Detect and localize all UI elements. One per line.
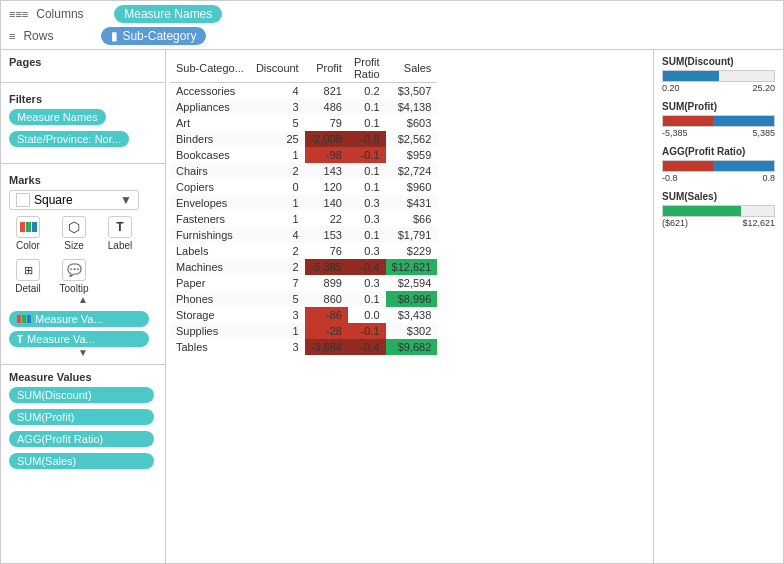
center-panel: Sub-Catego... Discount Profit ProfitRati… (166, 50, 653, 563)
cell-sales: $3,438 (386, 307, 438, 323)
marks-pills: Measure Va... T Measure Va... (9, 311, 157, 347)
marks-color[interactable]: Color (9, 216, 47, 251)
cell-ratio: -0.8 (348, 131, 386, 147)
size-box: ⬡ (62, 216, 86, 238)
cell-ratio: 0.3 (348, 275, 386, 291)
cell-subcategory: Art (170, 115, 250, 131)
pill-color-icon (17, 315, 31, 323)
cell-discount: 4 (250, 227, 305, 243)
cell-discount: 2 (250, 163, 305, 179)
legend-profit: SUM(Profit) -5,385 5,385 (662, 101, 775, 138)
cell-sales: $2,562 (386, 131, 438, 147)
cell-ratio: 0.1 (348, 291, 386, 307)
filter-state[interactable]: State/Province: Nor... (9, 131, 129, 147)
pages-title: Pages (9, 56, 157, 68)
cell-profit: -2,008 (305, 131, 348, 147)
legend-discount-min: 0.20 (662, 83, 680, 93)
data-table: Sub-Catego... Discount Profit ProfitRati… (170, 54, 437, 355)
marks-label[interactable]: T Label (101, 216, 139, 251)
marks-pill-color-label: Measure Va... (35, 313, 103, 325)
legend-ratio-labels: -0.8 0.8 (662, 173, 775, 183)
cell-profit: 140 (305, 195, 348, 211)
color-box (16, 216, 40, 238)
cell-ratio: 0.1 (348, 99, 386, 115)
cell-ratio: 0.0 (348, 307, 386, 323)
cell-profit: -98 (305, 147, 348, 163)
cell-profit: 899 (305, 275, 348, 291)
rows-shelf: ≡ Rows ▮ Sub-Category (9, 27, 775, 45)
cell-profit: 486 (305, 99, 348, 115)
cell-discount: 2 (250, 259, 305, 275)
legend-discount-max: 25.20 (752, 83, 775, 93)
cell-sales: $960 (386, 179, 438, 195)
cell-sales: $9,682 (386, 339, 438, 355)
cell-discount: 7 (250, 275, 305, 291)
cell-subcategory: Envelopes (170, 195, 250, 211)
cell-profit: 860 (305, 291, 348, 307)
legend-profit-labels: -5,385 5,385 (662, 128, 775, 138)
table-row: Art5790.1$603 (170, 115, 437, 131)
table-row: Supplies1-28-0.1$302 (170, 323, 437, 339)
marks-pill-label-label: Measure Va... (27, 333, 95, 345)
columns-pill[interactable]: Measure Names (114, 5, 222, 23)
table-row: Envelopes11400.3$431 (170, 195, 437, 211)
legend-ratio-max: 0.8 (762, 173, 775, 183)
cell-discount: 1 (250, 323, 305, 339)
mv-profit-ratio[interactable]: AGG(Profit Ratio) (9, 431, 154, 447)
cell-ratio: 0.3 (348, 211, 386, 227)
cell-sales: $4,138 (386, 99, 438, 115)
marks-detail[interactable]: ⊞ Detail (9, 259, 47, 294)
cell-discount: 1 (250, 211, 305, 227)
marks-size[interactable]: ⬡ Size (55, 216, 93, 251)
cell-discount: 1 (250, 195, 305, 211)
right-panel: SUM(Discount) 0.20 25.20 SUM(Profit) -5,… (653, 50, 783, 563)
pill-label-icon: T (17, 334, 23, 345)
marks-section: Marks Square ▼ (1, 168, 165, 364)
legend-discount-bar (662, 70, 775, 82)
cell-sales: $3,507 (386, 83, 438, 100)
legend-ratio-min: -0.8 (662, 173, 678, 183)
col-header-subcategory: Sub-Catego... (170, 54, 250, 83)
marks-pill-color[interactable]: Measure Va... (9, 311, 149, 327)
cell-subcategory: Storage (170, 307, 250, 323)
rows-pill[interactable]: ▮ Sub-Category (101, 27, 206, 45)
mv-sales[interactable]: SUM(Sales) (9, 453, 154, 469)
mv-discount[interactable]: SUM(Discount) (9, 387, 154, 403)
cell-discount: 5 (250, 291, 305, 307)
marks-title: Marks (9, 174, 157, 186)
cell-ratio: -0.4 (348, 259, 386, 275)
cell-subcategory: Accessories (170, 83, 250, 100)
cell-ratio: -0.4 (348, 339, 386, 355)
table-row: Appliances34860.1$4,138 (170, 99, 437, 115)
legend-profit-red (663, 116, 713, 126)
legend-ratio-blue (713, 161, 774, 171)
marks-tooltip[interactable]: 💬 Tooltip (55, 259, 93, 294)
cell-profit: -28 (305, 323, 348, 339)
scroll-down[interactable]: ▼ (9, 347, 157, 358)
legend-profit-min: -5,385 (662, 128, 688, 138)
table-row: Copiers01200.1$960 (170, 179, 437, 195)
cell-profit: 153 (305, 227, 348, 243)
scroll-up[interactable]: ▲ (9, 294, 157, 305)
legend-ratio-title: AGG(Profit Ratio) (662, 146, 775, 157)
measure-values-title: Measure Values (9, 371, 157, 383)
marks-type-dropdown[interactable]: Square ▼ (9, 190, 139, 210)
cell-sales: $603 (386, 115, 438, 131)
tooltip-box: 💬 (62, 259, 86, 281)
cell-sales: $229 (386, 243, 438, 259)
mv-profit[interactable]: SUM(Profit) (9, 409, 154, 425)
cell-discount: 5 (250, 115, 305, 131)
cell-ratio: 0.1 (348, 227, 386, 243)
cell-sales: $2,724 (386, 163, 438, 179)
filter-measure-names[interactable]: Measure Names (9, 109, 106, 125)
legend-ratio-bar (662, 160, 775, 172)
marks-pill-label[interactable]: T Measure Va... (9, 331, 149, 347)
table-row: Paper78990.3$2,594 (170, 275, 437, 291)
cell-subcategory: Fasteners (170, 211, 250, 227)
cell-ratio: 0.1 (348, 163, 386, 179)
table-row: Labels2760.3$229 (170, 243, 437, 259)
legend-profit-title: SUM(Profit) (662, 101, 775, 112)
legend-sales: SUM(Sales) ($621) $12,621 (662, 191, 775, 228)
cell-ratio: 0.1 (348, 179, 386, 195)
measure-value-pills: SUM(Discount) SUM(Profit) AGG(Profit Rat… (9, 387, 157, 472)
